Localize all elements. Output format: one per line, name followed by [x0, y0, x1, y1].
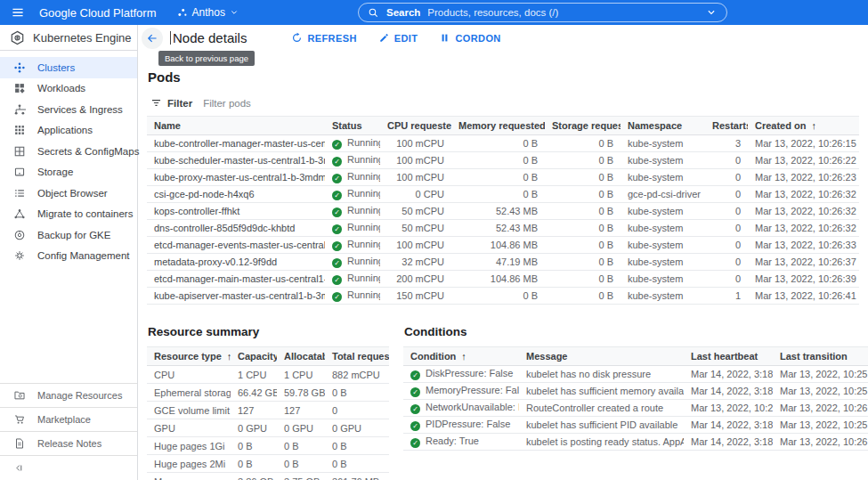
refresh-button[interactable]: REFRESH [291, 32, 356, 44]
cell-name[interactable]: kube-scheduler-master-us-central1-b-3mdm [147, 152, 325, 169]
cordon-icon [439, 32, 450, 44]
cell-storage-requested: 0 B [545, 135, 621, 152]
cell-restarts: 0 [705, 186, 748, 203]
cell-last-heartbeat: Mar 14, 2022, 3:18:14 PM [684, 366, 773, 383]
sidebar-item-marketplace[interactable]: Marketplace [0, 407, 137, 431]
pod-row[interactable]: kube-apiserver-master-us-central1-b-3mdm… [147, 288, 859, 305]
sidebar-item-secrets-configmaps[interactable]: Secrets & ConfigMaps [0, 141, 137, 162]
sidebar-item-services-ingress[interactable]: Services & Ingress [0, 99, 137, 120]
cell-storage-requested: 0 B [545, 203, 621, 220]
cell-resource-type: GCE volume limit [147, 402, 231, 419]
sidebar-item-migrate-to-containers[interactable]: Migrate to containers [0, 204, 137, 225]
column-header-resource-type[interactable]: Resource type↑ [147, 347, 231, 366]
sidebar-item-release-notes[interactable]: Release Notes [0, 431, 137, 455]
cell-name[interactable]: kops-controller-ffhkt [147, 203, 325, 220]
sidebar-item-label: Migrate to containers [37, 208, 133, 219]
workloads-icon [13, 82, 26, 94]
clusters-icon [13, 61, 26, 74]
refresh-icon [291, 32, 303, 44]
sidebar-item-workloads[interactable]: Workloads [0, 78, 137, 100]
cell-name[interactable]: etcd-manager-events-master-us-central1-b… [147, 237, 325, 254]
pod-row[interactable]: csi-gce-pd-node-h4xq6✓Running0 CPU0 B0 B… [147, 186, 859, 203]
object-browser-icon [13, 187, 26, 199]
search-bar[interactable]: Search Products, resources, docs (/) [358, 3, 727, 22]
edit-button[interactable]: EDIT [378, 32, 418, 44]
sidebar-item-label: Clusters [37, 62, 75, 73]
column-header-last-heartbeat[interactable]: Last heartbeat [684, 347, 773, 366]
sidebar-item-manage-resources[interactable]: Manage Resources [0, 383, 137, 407]
filter-button[interactable]: Filter [150, 97, 192, 109]
cell-name[interactable]: metadata-proxy-v0.12-9f9dd [147, 254, 325, 271]
resource-row: CPU1 CPU1 CPU882 mCPU [147, 366, 389, 384]
column-header-restarts[interactable]: Restarts [705, 117, 748, 135]
chevron-down-icon[interactable] [705, 6, 718, 19]
cell-message: kubelet is posting ready status. AppArmo… [519, 434, 684, 451]
collapse-sidebar-button[interactable] [0, 455, 137, 480]
sidebar-item-object-browser[interactable]: Object Browser [0, 183, 137, 204]
column-header-status[interactable]: Status [325, 117, 380, 135]
check-circle-icon: ✓ [332, 140, 342, 150]
cell-resource-type: GPU [147, 419, 231, 437]
org-switcher[interactable]: Anthos [176, 6, 239, 19]
cell-total-requested: 882 mCPU [325, 366, 389, 384]
menu-icon[interactable] [11, 5, 25, 20]
pod-row[interactable]: metadata-proxy-v0.12-9f9dd✓Running32 mCP… [147, 254, 859, 271]
column-header-cpu-requested[interactable]: CPU requested [380, 117, 451, 135]
cell-namespace: kube-system [621, 135, 705, 152]
column-header-namespace[interactable]: Namespace [621, 117, 705, 135]
sidebar-item-backup-for-gke[interactable]: Backup for GKE [0, 224, 137, 246]
cell-name[interactable]: dns-controller-85d5f9d9dc-khbtd [147, 220, 325, 237]
cordon-button[interactable]: CORDON [439, 32, 500, 44]
cell-restarts: 0 [705, 220, 748, 237]
column-header-message[interactable]: Message [519, 347, 684, 366]
cordon-label: CORDON [455, 33, 500, 44]
cell-storage-requested: 0 B [545, 237, 621, 254]
cell-name[interactable]: etcd-manager-main-master-us-central1-b-3… [147, 271, 325, 288]
cell-name[interactable]: kube-proxy-master-us-central1-b-3mdm [147, 169, 325, 186]
pod-row[interactable]: kube-controller-manager-master-us-centra… [147, 135, 859, 152]
org-name: Anthos [192, 6, 225, 19]
column-header-total-requested[interactable]: Total requested [325, 347, 389, 366]
cell-created-on: Mar 13, 2022, 10:26:39 PM [748, 271, 859, 288]
sidebar-item-applications[interactable]: Applications [0, 120, 137, 142]
condition-row: ✓DiskPressure: Falsekubelet has no disk … [403, 366, 868, 383]
cell-message: kubelet has sufficient memory available [519, 383, 684, 400]
condition-row: ✓MemoryPressure: Falsekubelet has suffic… [403, 383, 868, 400]
cell-capacity: 127 [231, 402, 277, 419]
cell-allocatable: 59.78 GB [277, 384, 325, 402]
product-name[interactable]: Google Cloud Platform [39, 6, 157, 20]
secrets-configmaps-icon [13, 145, 26, 158]
column-header-memory-requested[interactable]: Memory requested [451, 117, 545, 135]
cell-status: ✓Running [325, 152, 380, 169]
pod-row[interactable]: etcd-manager-main-master-us-central1-b-3… [147, 271, 859, 288]
column-header-created-on[interactable]: Created on↑ [748, 117, 859, 135]
cell-capacity: 3.86 GB [231, 473, 277, 480]
sidebar-item-label: Storage [37, 167, 73, 177]
filter-pods-input[interactable] [203, 98, 859, 109]
pod-row[interactable]: kops-controller-ffhkt✓Running50 mCPU52.4… [147, 203, 859, 220]
cell-name[interactable]: kube-apiserver-master-us-central1-b-3mdm [147, 288, 325, 305]
cell-memory-requested: 0 B [451, 169, 545, 186]
column-header-storage-requested[interactable]: Storage requested [545, 117, 621, 135]
resource-summary-title: Resource summary [148, 325, 389, 338]
pod-row[interactable]: etcd-manager-events-master-us-central1-b… [147, 237, 859, 254]
column-header-name[interactable]: Name [147, 117, 325, 135]
column-header-capacity[interactable]: Capacity [231, 347, 277, 366]
column-header-allocatable[interactable]: Allocatable [277, 347, 325, 366]
pods-table: NameStatusCPU requestedMemory requestedS… [147, 116, 859, 305]
pod-row[interactable]: kube-proxy-master-us-central1-b-3mdm✓Run… [147, 169, 859, 186]
column-header-condition[interactable]: Condition↑ [403, 347, 519, 366]
sidebar-item-clusters[interactable]: Clusters [0, 57, 137, 78]
pod-row[interactable]: kube-scheduler-master-us-central1-b-3mdm… [147, 152, 859, 169]
cell-status: ✓Running [325, 237, 380, 254]
pod-row[interactable]: dns-controller-85d5f9d9dc-khbtd✓Running5… [147, 220, 859, 237]
cell-restarts: 0 [705, 203, 748, 220]
condition-row: ✓PIDPressure: Falsekubelet has sufficien… [403, 417, 868, 434]
column-header-last-transition[interactable]: Last transition [773, 347, 868, 366]
back-button[interactable] [142, 28, 163, 49]
check-circle-icon: ✓ [332, 241, 342, 251]
sidebar-item-storage[interactable]: Storage [0, 162, 137, 183]
cell-name[interactable]: kube-controller-manager-master-us-centra… [147, 135, 325, 152]
sidebar-item-config-management[interactable]: Config Management [0, 246, 137, 267]
cell-name[interactable]: csi-gce-pd-node-h4xq6 [147, 186, 325, 203]
